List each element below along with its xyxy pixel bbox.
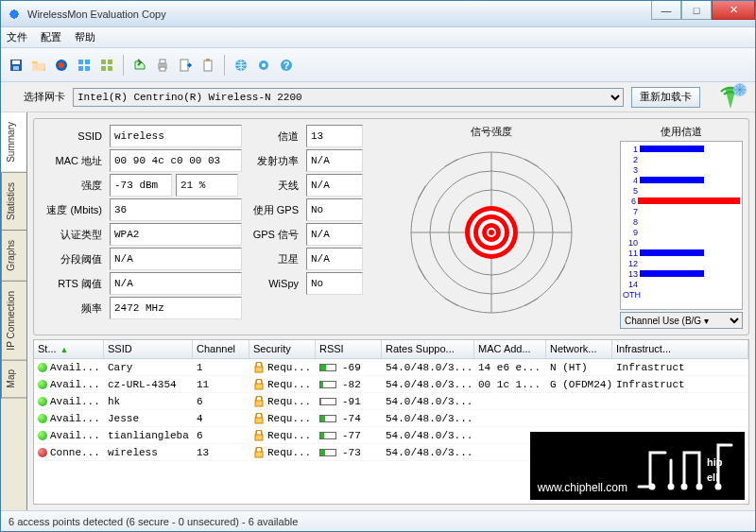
rssi-bar-icon [319, 449, 336, 456]
channel-bar-row: 4 [623, 175, 740, 185]
reload-button[interactable]: 重新加载卡 [631, 87, 700, 108]
grid1-icon[interactable] [75, 56, 94, 75]
vertical-tabs: Map IP Connection Graphs Statistics Summ… [1, 112, 27, 510]
menu-file[interactable]: 文件 [7, 30, 27, 44]
maximize-button[interactable]: □ [681, 1, 712, 20]
status-dot-available-icon [38, 431, 47, 440]
svg-point-21 [262, 63, 266, 67]
nic-label: 选择网卡 [9, 90, 65, 104]
channel-number: 3 [623, 165, 640, 175]
col-rssi[interactable]: RSSI [316, 340, 382, 358]
tab-statistics[interactable]: Statistics [1, 173, 26, 231]
svg-rect-50 [255, 435, 263, 440]
svg-text:ell: ell [707, 472, 718, 483]
table-row[interactable]: Avail...hk6Requ...-9154.0/48.0/3... [34, 393, 748, 410]
svg-text:hip: hip [707, 456, 723, 468]
channel-bar-row: 5 [623, 185, 740, 196]
grid2-icon[interactable] [97, 56, 116, 75]
table-row[interactable]: Avail...Cary1Requ...-6954.0/48.0/3...14 … [34, 359, 748, 376]
svg-line-33 [558, 266, 565, 280]
svg-point-57 [716, 485, 720, 489]
settings-icon[interactable] [254, 56, 273, 75]
menu-help[interactable]: 帮助 [75, 30, 95, 44]
table-row[interactable]: Avail...Jesse4Requ...-7454.0/48.0/3... [34, 410, 748, 427]
col-security[interactable]: Security [249, 340, 316, 358]
lock-icon [253, 447, 265, 458]
channel-bar [640, 270, 704, 277]
col-status[interactable]: St...▲ [34, 340, 104, 358]
col-ssid[interactable]: SSID [104, 340, 193, 358]
ssid-label: SSID [40, 125, 106, 147]
tab-graphs[interactable]: Graphs [1, 231, 26, 282]
ssid-value: wireless [110, 125, 242, 147]
table-row[interactable]: Avail...cz-URL-435411Requ...-8254.0/48.0… [34, 376, 748, 393]
watermark-url: www.chiphell.com [538, 481, 627, 494]
svg-rect-49 [255, 418, 263, 423]
open-icon[interactable] [29, 56, 48, 75]
channel-bar-row: 12 [623, 258, 740, 268]
antenna-label: 天线 [246, 174, 302, 197]
svg-rect-1 [12, 60, 20, 64]
titlebar: WirelessMon Evaluation Copy — □ ✕ [1, 1, 755, 27]
col-mac[interactable]: MAC Add... [474, 340, 546, 358]
sat-label: 卫星 [246, 248, 302, 270]
save-icon[interactable] [7, 56, 26, 75]
menu-config[interactable]: 配置 [41, 30, 61, 44]
nic-select[interactable]: Intel(R) Centrino(R) Wireless-N 2200 [73, 88, 624, 107]
channel-bar [640, 249, 704, 256]
rts-label: RTS 阈值 [40, 272, 106, 295]
freq-value: 2472 MHz [110, 297, 242, 319]
gps-value: N/A [306, 223, 363, 246]
speed-label: 速度 (Mbits) [40, 198, 106, 221]
col-network[interactable]: Network... [546, 340, 612, 358]
channel-mode-select[interactable]: Channel Use (B/G ▾ [620, 312, 743, 329]
import-icon[interactable] [130, 56, 149, 75]
svg-text:?: ? [284, 60, 290, 71]
svg-rect-9 [101, 60, 106, 64]
statusbar: 6 access points detected (6 secure - 0 u… [1, 510, 755, 531]
channel-bar [638, 197, 740, 204]
lock-icon [253, 379, 265, 390]
strength-dbm: -73 dBm [110, 174, 172, 197]
svg-rect-47 [255, 384, 263, 389]
tab-ip-connection[interactable]: IP Connection [1, 282, 26, 361]
col-rates[interactable]: Rates Suppo... [382, 340, 474, 358]
svg-rect-5 [78, 60, 83, 64]
print-icon[interactable] [153, 56, 172, 75]
channel-bar [640, 177, 704, 183]
channel-bar-row: 1 [623, 144, 740, 154]
channel-label: 信道 [246, 125, 302, 147]
main-pane: SSID wireless 信道 13 MAC 地址 00 90 4c c0 0… [27, 112, 755, 510]
gauge-title: 信号强度 [471, 125, 512, 139]
minimize-button[interactable]: — [651, 1, 681, 20]
svg-rect-18 [206, 59, 210, 61]
help-icon[interactable]: ? [277, 56, 296, 75]
svg-rect-7 [78, 66, 83, 71]
clipboard-icon[interactable] [198, 56, 217, 75]
rts-value: N/A [110, 272, 242, 295]
svg-line-34 [525, 299, 539, 306]
tab-map[interactable]: Map [1, 360, 26, 398]
col-infra[interactable]: Infrastruct... [612, 340, 748, 358]
target-icon[interactable] [52, 56, 71, 75]
lock-icon [253, 396, 265, 407]
svg-rect-2 [13, 66, 19, 70]
channel-bar-row: 14 [623, 279, 740, 289]
channel-bar-row: 3 [623, 164, 740, 175]
frag-label: 分段阈值 [40, 248, 106, 270]
channel-usage: 使用信道 1234567891011121314OTH Channel Use … [620, 125, 743, 329]
channel-number: 6 [623, 197, 638, 206]
col-channel[interactable]: Channel [193, 340, 249, 358]
strength-pct: 21 % [176, 174, 238, 197]
gps-label: GPS 信号 [246, 223, 302, 246]
info-fields: SSID wireless 信道 13 MAC 地址 00 90 4c c0 0… [40, 125, 363, 329]
close-button[interactable]: ✕ [712, 1, 755, 20]
tab-summary[interactable]: Summary [1, 112, 26, 173]
summary-group: SSID wireless 信道 13 MAC 地址 00 90 4c c0 0… [33, 118, 749, 335]
chiphell-logo-icon: hip ell [633, 438, 737, 494]
watermark: www.chiphell.com hip ell [530, 432, 745, 500]
mac-value: 00 90 4c c0 00 03 [110, 149, 242, 172]
globe-icon[interactable] [232, 56, 250, 75]
wispy-value: No [306, 272, 363, 295]
export-icon[interactable] [176, 56, 195, 75]
